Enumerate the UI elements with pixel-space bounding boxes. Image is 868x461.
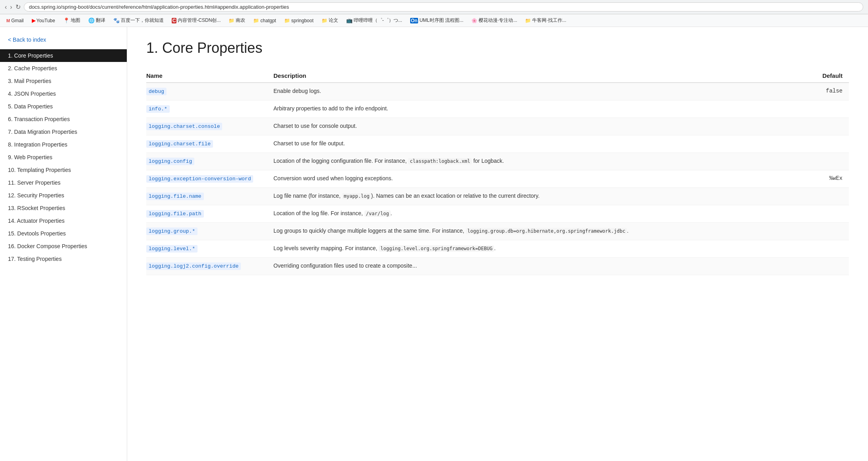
sidebar-item-15[interactable]: 15. Devtools Properties xyxy=(0,227,127,240)
bookmark-label: 南农 xyxy=(236,17,245,24)
description-column-header: Description xyxy=(273,69,801,83)
property-name[interactable]: logging.charset.console xyxy=(146,123,222,130)
bookmark-csdn[interactable]: C 内容管理-CSDN创... xyxy=(169,16,224,25)
property-default: %wEx xyxy=(801,170,849,188)
property-description: Conversion word used when logging except… xyxy=(273,170,801,188)
sidebar-item-14[interactable]: 14. Actuator Properties xyxy=(0,214,127,227)
property-default xyxy=(801,135,849,153)
property-default xyxy=(801,153,849,170)
baidu-icon: 🐾 xyxy=(113,17,120,23)
sidebar-item-13[interactable]: 13. RSocket Properties xyxy=(0,202,127,214)
property-name[interactable]: logging.file.path xyxy=(146,210,204,218)
bookmark-gmail[interactable]: M Gmail xyxy=(3,17,27,24)
bookmark-chatgpt[interactable]: 📁 chatgpt xyxy=(250,17,279,24)
bookmark-label: chatgpt xyxy=(260,18,276,23)
property-name[interactable]: logging.file.name xyxy=(146,193,204,200)
bookmark-lunwen[interactable]: 📁 论文 xyxy=(318,16,341,25)
sidebar-item-12[interactable]: 12. Security Properties xyxy=(0,189,127,202)
bookmark-label: 百度一下，你就知道 xyxy=(121,17,164,24)
folder-icon: 📁 xyxy=(229,18,234,23)
property-description: Arbitrary properties to add to the info … xyxy=(273,100,801,118)
sidebar-item-4[interactable]: 4. JSON Properties xyxy=(0,87,127,100)
sidebar-item-10[interactable]: 10. Templating Properties xyxy=(0,164,127,176)
sidebar-item-3[interactable]: 3. Mail Properties xyxy=(0,75,127,87)
property-description: Location of the logging configuration fi… xyxy=(273,153,801,170)
property-default xyxy=(801,205,849,223)
bookmark-uml[interactable]: On UML时序图 流程图... xyxy=(407,16,467,25)
bookmark-label: Gmail xyxy=(11,18,23,23)
property-default: false xyxy=(801,83,849,100)
property-description: Overriding configuration files used to c… xyxy=(273,258,801,275)
sidebar-item-5[interactable]: 5. Data Properties xyxy=(0,100,127,113)
property-description: Charset to use for console output. xyxy=(273,118,801,135)
property-description: Log groups to quickly change multiple lo… xyxy=(273,223,801,240)
folder-icon: 🌸 xyxy=(471,18,477,23)
reload-button[interactable]: ↻ xyxy=(15,3,21,11)
property-description: Log levels severity mapping. For instanc… xyxy=(273,240,801,258)
sidebar-item-8[interactable]: 8. Integration Properties xyxy=(0,138,127,151)
property-default xyxy=(801,223,849,240)
bookmark-label: 地图 xyxy=(71,17,80,24)
sidebar-item-2[interactable]: 2. Cache Properties xyxy=(0,62,127,75)
property-name[interactable]: debug xyxy=(146,88,167,95)
browser-bar: ‹ › ↻ docs.spring.io/spring-boot/docs/cu… xyxy=(0,0,868,14)
csdn-icon: C xyxy=(172,18,177,23)
table-row: logging.configLocation of the logging co… xyxy=(146,153,849,170)
table-row: logging.charset.consoleCharset to use fo… xyxy=(146,118,849,135)
table-row: logging.logj2.config.overrideOverriding … xyxy=(146,258,849,275)
table-row: logging.file.nameLog file name (for inst… xyxy=(146,188,849,205)
content-area: 1. Core Properties Name Description Defa… xyxy=(127,27,868,461)
bookmark-label: 翻译 xyxy=(96,17,105,24)
property-default xyxy=(801,100,849,118)
bookmark-niuke[interactable]: 📁 牛客网·找工作... xyxy=(522,16,569,25)
sidebar-item-11[interactable]: 11. Server Properties xyxy=(0,176,127,189)
folder-icon: 📁 xyxy=(322,18,327,23)
bookmark-label: UML时序图 流程图... xyxy=(419,17,463,24)
uml-icon: On xyxy=(410,18,418,23)
back-to-index-link[interactable]: < Back to index xyxy=(0,33,127,49)
property-name[interactable]: info.* xyxy=(146,105,170,113)
property-name[interactable]: logging.config xyxy=(146,158,194,165)
bookmark-label: 樱花动漫·专注动... xyxy=(479,17,517,24)
sidebar-item-1[interactable]: 1. Core Properties xyxy=(0,49,127,62)
property-default xyxy=(801,118,849,135)
bookmark-label: YouTube xyxy=(37,18,55,23)
bookmark-baidu[interactable]: 🐾 百度一下，你就知道 xyxy=(110,16,167,25)
property-name[interactable]: logging.logj2.config.override xyxy=(146,262,241,270)
default-column-header: Default xyxy=(801,69,849,83)
maps-icon: 📍 xyxy=(63,17,70,23)
property-name[interactable]: logging.group.* xyxy=(146,228,198,235)
property-name[interactable]: logging.exception-conversion-word xyxy=(146,175,253,183)
property-description: Charset to use for file output. xyxy=(273,135,801,153)
property-name[interactable]: logging.level.* xyxy=(146,245,198,253)
sidebar-item-7[interactable]: 7. Data Migration Properties xyxy=(0,125,127,138)
bookmark-bilibili[interactable]: 📺 哔哩哔哩（゜-゜）つ... xyxy=(343,16,405,25)
bookmarks-bar: M Gmail ▶ YouTube 📍 地图 🌐 翻译 🐾 百度一下，你就知道 … xyxy=(0,14,868,27)
sidebar-item-17[interactable]: 17. Testing Properties xyxy=(0,253,127,265)
table-row: logging.exception-conversion-wordConvers… xyxy=(146,170,849,188)
property-description: Enable debug logs. xyxy=(273,83,801,100)
properties-table: Name Description Default debugEnable deb… xyxy=(146,69,849,275)
bookmark-translate[interactable]: 🌐 翻译 xyxy=(85,16,108,25)
bookmark-label: 哔哩哔哩（゜-゜）つ... xyxy=(354,17,402,24)
gmail-icon: M xyxy=(6,18,10,23)
bookmark-youtube[interactable]: ▶ YouTube xyxy=(29,17,58,24)
bookmark-springboot[interactable]: 📁 springboot xyxy=(281,17,317,24)
forward-button[interactable]: › xyxy=(10,4,12,11)
sidebar: < Back to index 1. Core Properties 2. Ca… xyxy=(0,27,127,461)
sidebar-item-16[interactable]: 16. Docker Compose Properties xyxy=(0,240,127,253)
sidebar-item-9[interactable]: 9. Web Properties xyxy=(0,151,127,164)
back-button[interactable]: ‹ xyxy=(5,4,7,11)
sidebar-item-6[interactable]: 6. Transaction Properties xyxy=(0,113,127,125)
bookmark-label: 牛客网·找工作... xyxy=(532,17,566,24)
address-bar[interactable]: docs.spring.io/spring-boot/docs/current/… xyxy=(24,2,863,12)
bookmark-maps[interactable]: 📍 地图 xyxy=(60,16,83,25)
bookmark-label: 论文 xyxy=(329,17,338,24)
property-default xyxy=(801,188,849,205)
bookmark-sakura[interactable]: 🌸 樱花动漫·专注动... xyxy=(468,16,520,25)
property-name[interactable]: logging.charset.file xyxy=(146,140,213,148)
table-row: logging.group.*Log groups to quickly cha… xyxy=(146,223,849,240)
main-layout: < Back to index 1. Core Properties 2. Ca… xyxy=(0,27,868,461)
page-title: 1. Core Properties xyxy=(146,40,849,56)
bookmark-nannong[interactable]: 📁 南农 xyxy=(225,16,248,25)
